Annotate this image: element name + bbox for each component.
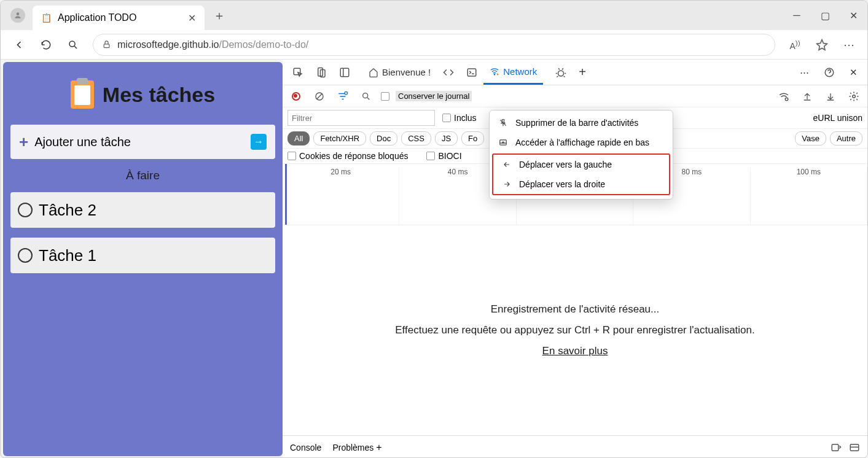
tab-title: Application TODO (58, 12, 136, 23)
devtools-close-button[interactable]: ✕ (843, 60, 864, 85)
svg-point-1 (69, 41, 75, 47)
chip-js[interactable]: JS (435, 131, 458, 146)
tab-console[interactable] (460, 60, 483, 85)
svg-rect-2 (104, 44, 109, 48)
invert-checkbox[interactable]: Inclus (442, 113, 477, 123)
help-icon (824, 67, 835, 78)
task-item[interactable]: Tâche 2 (10, 192, 275, 228)
device-icon (316, 67, 327, 78)
back-button[interactable] (7, 33, 31, 57)
svg-point-8 (495, 74, 495, 75)
favorite-button[interactable] (810, 33, 834, 57)
app-title: Mes tâches (103, 83, 215, 107)
chip-fetch[interactable]: Fetch/XHR (313, 131, 366, 146)
lock-icon (102, 40, 111, 49)
ctx-move-right[interactable]: Déplacer vers la droite (493, 174, 669, 194)
omnibox[interactable]: microsoftedge.github.io/Demos/demo-to-do… (93, 34, 775, 56)
drawer-console-tab[interactable]: Console (290, 443, 321, 452)
person-icon (14, 11, 22, 20)
search-network-button[interactable] (358, 88, 375, 105)
window-minimize-button[interactable]: ─ (783, 3, 811, 28)
tab-network[interactable]: Network (483, 60, 543, 85)
devtools-help-button[interactable] (818, 60, 841, 85)
throttling-button[interactable] (775, 88, 792, 105)
drawer-problems-tab[interactable]: Problèmes + (332, 442, 381, 453)
preserve-log-checkbox[interactable] (381, 92, 389, 101)
svg-point-9 (558, 71, 564, 76)
tab-welcome[interactable]: Bienvenue ! (362, 60, 437, 85)
gear-icon (848, 91, 859, 102)
more-button[interactable]: ⋯ (837, 33, 861, 57)
arrow-left-icon (502, 160, 512, 169)
section-heading: À faire (10, 169, 275, 182)
chip-all[interactable]: All (287, 131, 310, 146)
search-icon (68, 39, 79, 50)
blocked-requests-checkbox[interactable]: BIOCI (426, 151, 461, 161)
task-checkbox[interactable] (18, 203, 33, 217)
window-maximize-button[interactable]: ▢ (811, 3, 839, 28)
svg-rect-7 (467, 69, 476, 76)
refresh-button[interactable] (34, 33, 58, 57)
learn-more-link[interactable]: En savoir plus (542, 345, 608, 357)
titlebar: 📋 Application TODO ✕ ＋ ─ ▢ ✕ (1, 1, 867, 30)
filter-input[interactable] (287, 110, 435, 126)
task-checkbox[interactable] (18, 248, 33, 263)
blocked-cookies-checkbox[interactable]: Cookies de réponse bloqués (287, 151, 408, 161)
inspect-icon (292, 67, 303, 78)
inspect-button[interactable] (286, 60, 310, 85)
clear-icon (315, 91, 324, 101)
ctx-quick-view[interactable]: Accéder à l'affichage rapide en bas (490, 133, 673, 152)
ctx-move-left[interactable]: Déplacer vers la gauche (493, 155, 669, 174)
clear-button[interactable] (311, 88, 328, 105)
tab-debug[interactable] (549, 60, 573, 85)
search-button[interactable] (61, 33, 85, 57)
drawer-issues-icon[interactable] (831, 442, 842, 453)
tab-favicon-icon: 📋 (41, 13, 52, 23)
filter-toggle[interactable] (334, 88, 351, 105)
devtools-more-button[interactable]: ⋯ (794, 60, 815, 85)
import-button[interactable] (799, 88, 816, 105)
bug-icon (555, 67, 566, 78)
wifi-icon (490, 66, 499, 76)
submit-arrow-icon[interactable]: → (251, 134, 267, 150)
dock-icon (339, 67, 350, 78)
export-button[interactable] (822, 88, 839, 105)
task-label: Tâche 2 (39, 201, 96, 220)
task-item[interactable]: Tâche 1 (10, 238, 275, 273)
tab-close-icon[interactable]: ✕ (188, 12, 196, 24)
svg-point-0 (17, 12, 20, 15)
search-icon (361, 91, 371, 101)
ctx-remove-from-bar[interactable]: Supprimer de la barre d'activités (490, 113, 673, 133)
svg-rect-6 (340, 68, 349, 77)
url-text: microsoftedge.github.io/Demos/demo-to-do… (117, 39, 308, 50)
timeline-tick: 20 ms (283, 168, 399, 225)
record-icon (292, 92, 300, 101)
tab-elements[interactable] (437, 60, 460, 85)
record-button[interactable] (287, 88, 305, 105)
new-tab-button[interactable]: ＋ (209, 4, 229, 28)
browser-tab[interactable]: 📋 Application TODO ✕ (33, 6, 205, 30)
drawer-expand-icon[interactable] (849, 442, 860, 453)
wifi-settings-icon (778, 91, 789, 102)
chip-css[interactable]: CSS (401, 131, 431, 146)
unpin-icon (498, 118, 508, 127)
add-task-button[interactable]: + Ajouter une tâche → (10, 125, 275, 159)
empty-line-1: Enregistrement de l'activité réseau... (491, 303, 659, 316)
chip-font[interactable]: Fo (461, 131, 484, 146)
chip-wasm[interactable]: Vase (795, 131, 826, 146)
settings-button[interactable] (845, 88, 862, 105)
profile-avatar[interactable] (10, 8, 25, 23)
chip-doc[interactable]: Doc (370, 131, 397, 146)
empty-line-2: Effectuez une requête ou appuyez sur Ctr… (395, 324, 755, 336)
tab-add[interactable]: + (573, 60, 592, 85)
dock-button[interactable] (333, 60, 356, 85)
window-close-button[interactable]: ✕ (839, 3, 867, 28)
upload-icon (802, 91, 812, 101)
arrow-right-icon (502, 180, 512, 188)
chip-other[interactable]: Autre (830, 131, 862, 146)
device-button[interactable] (310, 60, 333, 85)
context-menu: Supprimer de la barre d'activités Accéde… (489, 110, 673, 200)
read-aloud-button[interactable]: A)) (783, 33, 807, 57)
svg-point-13 (363, 93, 368, 98)
svg-point-15 (853, 95, 856, 98)
